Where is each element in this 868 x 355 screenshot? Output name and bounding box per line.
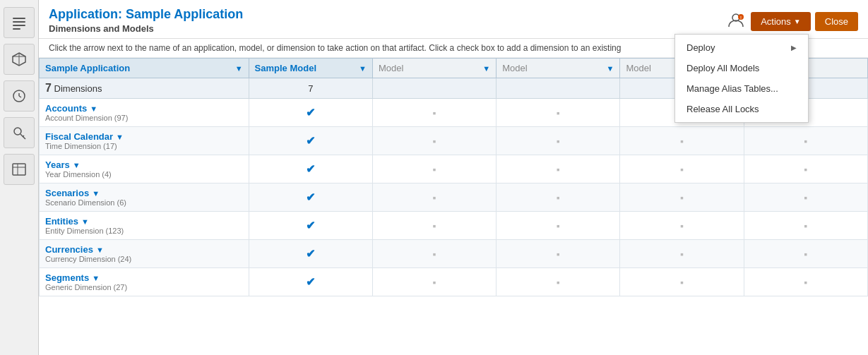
svg-text:!: !	[740, 16, 742, 20]
dim-name-1: Fiscal Calendar	[45, 131, 113, 142]
dim-check-cell-3-2[interactable]: ▪	[497, 183, 620, 212]
checkmark-gray-0-1: ▪	[433, 107, 436, 119]
sidebar-item-table[interactable]	[4, 154, 35, 185]
dim-check-cell-4-1[interactable]: ▪	[372, 212, 496, 240]
sidebar-item-cube[interactable]	[4, 44, 35, 75]
checkmark-gray-3-1: ▪	[433, 192, 436, 203]
dropdown-item-deploy[interactable]: Deploy ▶	[675, 37, 808, 58]
dimensions-label: Dimensions	[54, 83, 102, 94]
dim-name-cell-5[interactable]: Currencies ▼ Currency Dimension (24)	[40, 240, 249, 268]
dim-check-cell-5-2[interactable]: ▪	[497, 240, 620, 268]
dim-check-cell-6-2[interactable]: ▪	[497, 268, 620, 296]
dim-dropdown-icon-2[interactable]: ▼	[73, 161, 81, 169]
dim-check-cell-6-3[interactable]: ▪	[620, 268, 744, 296]
dim-dropdown-icon-1[interactable]: ▼	[116, 133, 124, 141]
table-row: Fiscal Calendar ▼ Time Dimension (17) ✔▪…	[40, 127, 868, 155]
dim-name-cell-1[interactable]: Fiscal Calendar ▼ Time Dimension (17)	[40, 127, 249, 155]
svg-line-9	[19, 96, 21, 97]
actions-dropdown: Deploy ▶ Deploy All Models Manage Alias …	[674, 34, 809, 123]
dim-dropdown-icon-4[interactable]: ▼	[81, 217, 89, 226]
checkmark-blue-1-0: ✔	[306, 135, 315, 147]
dim-name-cell-0[interactable]: Accounts ▼ Account Dimension (97)	[40, 99, 249, 127]
dim-check-cell-1-4[interactable]: ▪	[744, 127, 867, 155]
dim-check-cell-5-1[interactable]: ▪	[372, 240, 496, 268]
dim-check-cell-5-3[interactable]: ▪	[620, 240, 744, 268]
sidebar-item-key[interactable]	[4, 117, 35, 148]
dropdown-item-deploy-all[interactable]: Deploy All Models	[675, 58, 808, 78]
dim-check-cell-2-3[interactable]: ▪	[620, 155, 744, 183]
checkmark-gray-5-4: ▪	[804, 248, 807, 260]
dim-name-3: Scenarios	[45, 188, 89, 198]
dim-name-cell-2[interactable]: Years ▼ Year Dimension (4)	[40, 155, 249, 183]
dim-check-cell-1-2[interactable]: ▪	[497, 127, 620, 155]
dim-check-cell-1-1[interactable]: ▪	[372, 127, 496, 155]
dim-check-cell-3-1[interactable]: ▪	[372, 183, 496, 212]
dim-check-cell-4-3[interactable]: ▪	[620, 212, 744, 240]
dimension-count: 7	[45, 82, 52, 94]
checkmark-gray-5-2: ▪	[557, 248, 560, 260]
sidebar-item-list[interactable]	[4, 7, 35, 38]
dim-check-cell-4-0[interactable]: ✔	[249, 212, 372, 240]
dim-dropdown-icon-3[interactable]: ▼	[92, 189, 100, 198]
dropdown-item-manage-alias[interactable]: Manage Alias Tables...	[675, 78, 808, 99]
dim-check-cell-2-4[interactable]: ▪	[744, 155, 867, 183]
dim-name-cell-3[interactable]: Scenarios ▼ Scenario Dimension (6)	[40, 183, 249, 212]
dim-name-4: Entities	[45, 216, 78, 227]
dim-check-cell-2-0[interactable]: ✔	[249, 155, 372, 183]
dim-sub-5: Currency Dimension (24)	[45, 255, 243, 263]
model-col-1-dropdown-icon[interactable]: ▼	[482, 64, 490, 73]
dim-check-cell-1-0[interactable]: ✔	[249, 127, 372, 155]
dropdown-item-release-locks[interactable]: Release All Locks	[675, 99, 808, 119]
dim-check-cell-3-0[interactable]: ✔	[249, 183, 372, 212]
model-col-0-dropdown-icon[interactable]: ▼	[359, 64, 367, 73]
model-col-header-1[interactable]: Model ▼	[372, 59, 496, 78]
user-icon-button[interactable]: !	[725, 10, 747, 33]
dim-check-cell-4-2[interactable]: ▪	[497, 212, 620, 240]
model-col-2-dropdown-icon[interactable]: ▼	[607, 64, 614, 73]
dim-check-cell-6-1[interactable]: ▪	[372, 268, 496, 296]
checkmark-gray-3-2: ▪	[557, 192, 560, 203]
checkmark-gray-0-2: ▪	[557, 107, 560, 119]
actions-label: Actions	[761, 16, 791, 27]
table-row: Segments ▼ Generic Dimension (27) ✔▪▪▪▪	[40, 268, 868, 296]
header-titles: Application: Sample Application Dimensio…	[49, 7, 243, 34]
dim-check-cell-6-0[interactable]: ✔	[249, 268, 372, 296]
dim-sub-1: Time Dimension (17)	[45, 142, 243, 150]
dim-check-cell-6-4[interactable]: ▪	[744, 268, 867, 296]
dim-name-cell-6[interactable]: Segments ▼ Generic Dimension (27)	[40, 268, 249, 296]
dim-check-cell-5-0[interactable]: ✔	[249, 240, 372, 268]
close-button[interactable]: Close	[815, 12, 858, 31]
checkmark-gray-4-1: ▪	[433, 220, 436, 231]
dim-check-cell-3-4[interactable]: ▪	[744, 183, 867, 212]
dim-check-cell-0-1[interactable]: ▪	[372, 99, 496, 127]
actions-caret-icon: ▼	[794, 18, 801, 25]
checkmark-blue-3-0: ✔	[306, 191, 315, 203]
dim-check-cell-1-3[interactable]: ▪	[620, 127, 744, 155]
dim-check-cell-0-2[interactable]: ▪	[497, 99, 620, 127]
svg-point-10	[14, 128, 21, 135]
dim-check-cell-5-4[interactable]: ▪	[744, 240, 867, 268]
dim-dropdown-icon-0[interactable]: ▼	[90, 104, 97, 113]
dim-check-cell-2-2[interactable]: ▪	[497, 155, 620, 183]
actions-button[interactable]: Actions ▼	[751, 12, 811, 31]
model-count-cell-1	[372, 78, 496, 99]
dim-check-cell-3-3[interactable]: ▪	[620, 183, 744, 212]
dim-dropdown-icon-6[interactable]: ▼	[92, 274, 100, 282]
dim-check-cell-0-0[interactable]: ✔	[249, 99, 372, 127]
checkmark-gray-2-4: ▪	[804, 164, 807, 175]
manage-alias-label: Manage Alias Tables...	[686, 83, 778, 94]
sidebar-item-clock[interactable]	[4, 80, 35, 112]
model-col-header-0[interactable]: Sample Model ▼	[249, 59, 372, 78]
model-col-header-2[interactable]: Model ▼	[497, 59, 620, 78]
dim-sub-0: Account Dimension (97)	[45, 114, 243, 122]
dim-dropdown-icon-5[interactable]: ▼	[96, 246, 104, 254]
dim-check-cell-4-4[interactable]: ▪	[744, 212, 867, 240]
page-subtitle: Dimensions and Models	[49, 23, 243, 34]
checkmark-gray-6-4: ▪	[804, 277, 807, 288]
checkmark-gray-4-3: ▪	[680, 220, 684, 231]
app-col-dropdown-icon[interactable]: ▼	[235, 64, 243, 73]
dim-check-cell-2-1[interactable]: ▪	[372, 155, 496, 183]
dim-name-cell-4[interactable]: Entities ▼ Entity Dimension (123)	[40, 212, 249, 240]
dim-name-5: Currencies	[45, 244, 93, 255]
app-col-header[interactable]: Sample Application ▼	[40, 59, 249, 78]
